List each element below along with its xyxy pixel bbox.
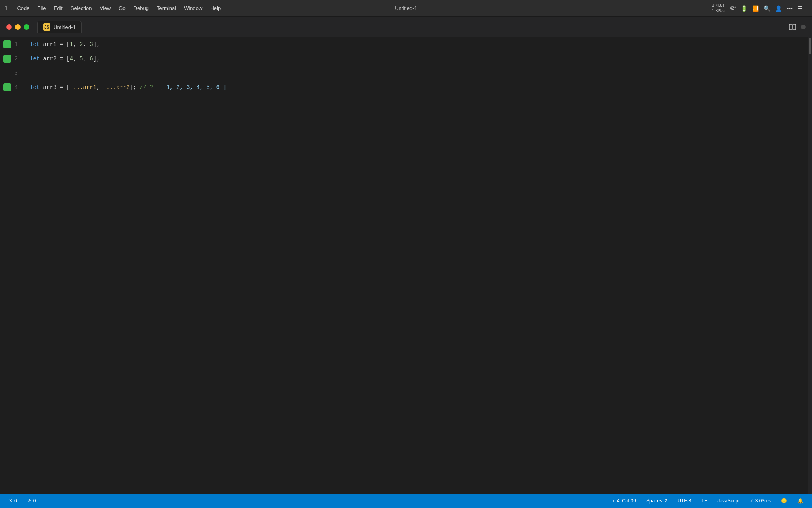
breakpoint-1[interactable]: [3, 40, 11, 48]
menu-go[interactable]: Go: [115, 4, 129, 13]
line-number-gutter: 1 2 3 4: [0, 37, 22, 494]
menu-edit[interactable]: Edit: [50, 4, 67, 13]
traffic-lights: [6, 24, 29, 30]
svg-rect-0: [789, 24, 792, 30]
menu-window[interactable]: Window: [180, 4, 206, 13]
code-editor[interactable]: let arr1 = [ 1 , 2 , 3 ]; let arr2 = [ 4…: [22, 37, 812, 494]
breakpoint-2[interactable]: [3, 55, 11, 63]
menu-view[interactable]: View: [96, 4, 115, 13]
svg-rect-1: [793, 24, 796, 30]
quokka-status[interactable]: ✓ 3.03ms: [747, 497, 773, 504]
bracket-open-1: [: [66, 37, 69, 52]
comma-1a: ,: [73, 37, 80, 52]
code-line-3: [22, 66, 812, 80]
network-speed: 2 KB/s 1 KB/s: [712, 3, 724, 13]
num-1: 1: [70, 37, 73, 52]
vertical-scrollbar[interactable]: [808, 37, 812, 494]
maximize-button[interactable]: [24, 24, 29, 30]
code-line-1: let arr1 = [ 1 , 2 , 3 ];: [22, 37, 812, 52]
tab-bar: JS Untitled-1: [0, 17, 812, 37]
error-count: 0: [14, 498, 17, 504]
title-bar:  Code File Edit Selection View Go Debug…: [0, 0, 812, 17]
num-6: 6: [90, 52, 93, 66]
gutter-line-2: 2: [0, 52, 22, 66]
var-arr3: arr3: [40, 80, 59, 94]
comma-2a: ,: [73, 52, 80, 66]
wifi-icon: 📶: [752, 5, 759, 12]
keyword-let-2: let: [30, 52, 40, 66]
comma-2b: ,: [83, 52, 90, 66]
file-type-icon: JS: [43, 23, 50, 31]
op-assign-1: =: [60, 37, 67, 52]
temperature: 42°: [730, 6, 736, 11]
num-4: 4: [70, 52, 73, 66]
bracket-close-4: ];: [130, 80, 136, 94]
bracket-close-1: ];: [93, 37, 100, 52]
more-icon[interactable]: •••: [787, 5, 793, 12]
line-number-3: 3: [15, 70, 18, 76]
quokka-question: ?: [150, 80, 153, 94]
tab-filename: Untitled-1: [54, 24, 76, 30]
list-icon[interactable]: ☰: [797, 5, 802, 12]
comma-1b: ,: [83, 37, 90, 52]
window-title: Untitled-1: [395, 5, 417, 11]
warning-icon: ⚠: [27, 498, 32, 504]
error-icon: ✕: [9, 498, 13, 504]
var-arr2: arr2: [40, 52, 59, 66]
notification-bell-icon[interactable]: 🔔: [795, 497, 806, 504]
editor-container: 1 2 3 4 let arr1 = [ 1 , 2 , 3 ];: [0, 37, 812, 494]
menu-file[interactable]: File: [34, 4, 50, 13]
line-number-4: 4: [15, 84, 18, 90]
keyword-let-4: let: [30, 80, 40, 94]
menu-terminal[interactable]: Terminal: [153, 4, 180, 13]
spread-arr1: ...: [73, 80, 83, 94]
line-number-2: 2: [15, 56, 18, 62]
menu-debug[interactable]: Debug: [130, 4, 153, 13]
op-assign-2: =: [60, 52, 67, 66]
editor-tab[interactable]: JS Untitled-1: [37, 21, 82, 33]
scrollbar-thumb[interactable]: [809, 38, 811, 54]
warning-count: 0: [33, 498, 36, 504]
warnings-indicator[interactable]: ⚠ 0: [25, 497, 38, 504]
bracket-open-2: [: [66, 52, 69, 66]
quokka-result: [ 1, 2, 3, 4, 5, 6 ]: [153, 80, 226, 94]
tab-actions: [788, 23, 806, 31]
status-left: ✕ 0 ⚠ 0: [6, 497, 38, 504]
encoding[interactable]: UTF-8: [675, 497, 693, 504]
apple-logo-icon[interactable]: : [5, 5, 7, 12]
cursor-position[interactable]: Ln 4, Col 36: [608, 497, 638, 504]
keyword-let-1: let: [30, 37, 40, 52]
smiley-icon[interactable]: 🙂: [779, 497, 789, 504]
menu-code[interactable]: Code: [13, 4, 33, 13]
spread-arr2: ...: [106, 80, 116, 94]
menu-selection[interactable]: Selection: [67, 4, 96, 13]
user-icon[interactable]: 👤: [775, 5, 782, 12]
bracket-open-4: [: [66, 80, 73, 94]
bracket-close-2: ];: [93, 52, 100, 66]
line-ending[interactable]: LF: [699, 497, 709, 504]
battery-icon: 🔋: [741, 5, 747, 12]
search-system-icon[interactable]: 🔍: [764, 5, 770, 12]
spread-var-arr2: arr2: [117, 80, 130, 94]
more-options-button[interactable]: [801, 25, 806, 29]
breakpoint-4[interactable]: [3, 83, 11, 91]
num-5: 5: [80, 52, 83, 66]
split-editor-button[interactable]: [788, 23, 797, 31]
comment-4: //: [136, 80, 150, 94]
op-assign-4: =: [60, 80, 67, 94]
code-line-4: let arr3 = [ ... arr1 , ... arr2 ]; // ?…: [22, 80, 812, 94]
minimize-button[interactable]: [15, 24, 21, 30]
status-bar: ✕ 0 ⚠ 0 Ln 4, Col 36 Spaces: 2 UTF-8 LF …: [0, 494, 812, 508]
comma-4a: ,: [96, 80, 106, 94]
language-mode[interactable]: JavaScript: [715, 497, 742, 504]
indentation[interactable]: Spaces: 2: [644, 497, 670, 504]
close-button[interactable]: [6, 24, 12, 30]
title-bar-right: 2 KB/s 1 KB/s 42° 🔋 📶 🔍 👤 ••• ☰: [712, 3, 807, 13]
menu-help[interactable]: Help: [206, 4, 225, 13]
errors-indicator[interactable]: ✕ 0: [6, 497, 19, 504]
num-3: 3: [90, 37, 93, 52]
var-arr1: arr1: [40, 37, 59, 52]
gutter-line-3: 3: [0, 66, 22, 80]
spread-var-arr1: arr1: [83, 80, 96, 94]
code-line-2: let arr2 = [ 4 , 5 , 6 ];: [22, 52, 812, 66]
